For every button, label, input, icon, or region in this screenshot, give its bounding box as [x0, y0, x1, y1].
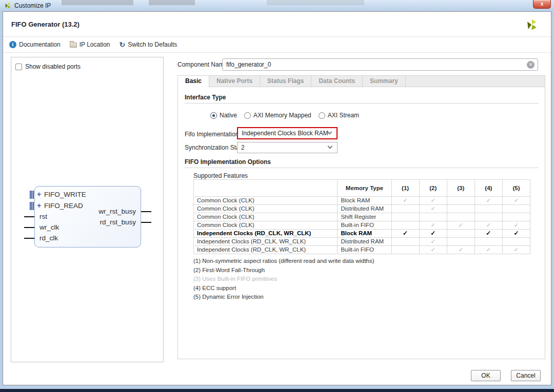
radio-axi-memory-mapped[interactable]: AXI Memory Mapped [244, 112, 311, 119]
pin-stub [141, 211, 151, 212]
port-rd-clk: rd_clk [39, 234, 58, 242]
tab-native-ports[interactable]: Native Ports [209, 76, 260, 87]
titlebar-glass-artifact [62, 0, 133, 5]
component-name-value: fifo_generator_0 [226, 61, 271, 68]
dialog-toolbar: iDocumentationIP Location↻Switch to Defa… [3, 37, 551, 53]
titlebar-glass-artifact [267, 0, 364, 5]
check-cell: ✓ [502, 197, 530, 205]
radio-button[interactable] [210, 112, 217, 119]
check-cell: ✓ [474, 197, 502, 205]
check-cell: ✓ [474, 221, 502, 230]
tab-data-counts[interactable]: Data Counts [311, 76, 363, 87]
toolbar-button-label: Documentation [19, 41, 61, 48]
folder-icon [70, 43, 77, 48]
tab-status-flags[interactable]: Status Flags [260, 76, 311, 87]
close-button[interactable]: x [533, 0, 551, 9]
check-cell: ✓ [419, 238, 447, 246]
show-disabled-ports-label: Show disabled ports [25, 63, 81, 70]
check-cell [419, 213, 447, 221]
info-icon: i [9, 41, 16, 48]
table-row[interactable]: Common Clock (CLK)Shift Register [194, 213, 530, 221]
xilinx-logo-icon [525, 18, 539, 31]
check-cell: ✓ [502, 221, 530, 230]
toolbar-button-label: Switch to Defaults [128, 41, 177, 48]
table-row[interactable]: Independent Clocks (RD_CLK, WR_CLK)Block… [194, 230, 530, 238]
radio-button[interactable] [319, 112, 325, 119]
close-icon: x [541, 1, 544, 7]
radio-native[interactable]: Native [210, 112, 237, 119]
feature-cell: Common Clock (CLK) [194, 197, 338, 205]
check-cell [474, 205, 502, 213]
table-row[interactable]: Common Clock (CLK)Distributed RAM✓ [194, 205, 530, 213]
check-cell [447, 213, 474, 221]
table-row[interactable]: Independent Clocks (RD_CLK, WR_CLK)Built… [194, 246, 530, 254]
show-disabled-ports-checkbox[interactable] [15, 64, 22, 70]
check-cell [391, 205, 419, 213]
memory-type-cell: Built-in FIFO [338, 221, 391, 230]
column-header: (2) [419, 180, 447, 197]
check-cell: ✓ [447, 246, 474, 254]
feature-cell: Common Clock (CLK) [194, 221, 338, 230]
feature-cell: Common Clock (CLK) [194, 205, 338, 213]
check-cell [447, 238, 474, 246]
column-header: (1) [391, 180, 419, 197]
check-cell: ✓ [419, 205, 447, 213]
window-titlebar[interactable]: Customize IP x [0, 0, 554, 11]
memory-type-cell: Shift Register [338, 213, 391, 221]
plus-icon[interactable]: + [37, 190, 41, 198]
pin-stub [24, 227, 34, 228]
component-name-input[interactable]: fifo_generator_0 ✕ [222, 58, 538, 71]
fifo-implementation-value: Independent Clocks Block RAM [242, 130, 328, 137]
show-disabled-ports-option[interactable]: Show disabled ports [15, 63, 81, 70]
component-name-label: Component Name [177, 61, 227, 68]
interface-type-radio-group: NativeAXI Memory MappedAXI Stream [210, 112, 359, 119]
refresh-icon: ↻ [120, 41, 126, 48]
bus-icon [30, 202, 34, 210]
check-cell [474, 238, 502, 246]
toolbar-button-documentation[interactable]: iDocumentation [9, 41, 61, 48]
radio-axi-stream[interactable]: AXI Stream [319, 112, 359, 119]
synchronization-stages-value: 2 [241, 144, 245, 151]
radio-label: AXI Memory Mapped [253, 112, 311, 119]
customize-ip-dialog: FIFO Generator (13.2) iDocumentationIP L… [3, 11, 551, 385]
clear-icon[interactable]: ✕ [527, 61, 535, 69]
check-cell: ✓ [502, 246, 530, 254]
check-cell [447, 197, 474, 205]
footnote-line: (3) Uses Built-in FIFO primitives [193, 276, 277, 282]
tab-basic[interactable]: Basic [178, 76, 209, 88]
ok-button[interactable]: OK [471, 370, 501, 381]
check-cell [474, 213, 502, 221]
feature-cell: Independent Clocks (RD_CLK, WR_CLK) [194, 246, 338, 254]
check-cell [391, 238, 419, 246]
xilinx-app-icon [4, 2, 12, 9]
port-wr-clk: wr_clk [39, 223, 59, 231]
table-header-row: Memory Type(1)(2)(3)(4)(5) [194, 180, 530, 197]
table-row[interactable]: Common Clock (CLK)Built-in FIFO✓✓✓✓ [194, 221, 530, 230]
check-cell: ✓ [502, 230, 530, 238]
divider [185, 168, 539, 168]
check-cell [391, 221, 419, 230]
toolbar-button-switch-to-defaults[interactable]: ↻Switch to Defaults [120, 41, 177, 48]
desktop-taskbar-sliver [0, 389, 554, 392]
check-cell [447, 230, 474, 238]
toolbar-button-ip-location[interactable]: IP Location [70, 41, 110, 48]
titlebar-glass-artifact [149, 0, 195, 5]
table-row[interactable]: Common Clock (CLK)Block RAM✓✓✓✓ [194, 197, 530, 205]
port-rd-rst-busy: rd_rst_busy [100, 218, 136, 226]
supported-features-caption: Supported Features [193, 172, 248, 179]
radio-button[interactable] [244, 112, 251, 119]
check-cell: ✓ [419, 197, 447, 205]
footnote-line: (4) ECC support [193, 285, 236, 291]
toolbar-button-label: IP Location [80, 41, 110, 48]
synchronization-stages-select[interactable]: 2 [237, 142, 338, 153]
tab-summary[interactable]: Summary [363, 76, 406, 87]
cancel-button[interactable]: Cancel [511, 370, 541, 381]
check-cell [502, 238, 530, 246]
radio-label: AXI Stream [328, 112, 359, 119]
memory-type-cell: Distributed RAM [338, 205, 391, 213]
fifo-implementation-options-heading: FIFO Implementation Options [185, 158, 271, 166]
plus-icon[interactable]: + [37, 201, 41, 210]
column-header [194, 180, 338, 197]
fifo-implementation-select[interactable]: Independent Clocks Block RAM [237, 127, 338, 139]
table-row[interactable]: Independent Clocks (RD_CLK, WR_CLK)Distr… [194, 238, 530, 246]
